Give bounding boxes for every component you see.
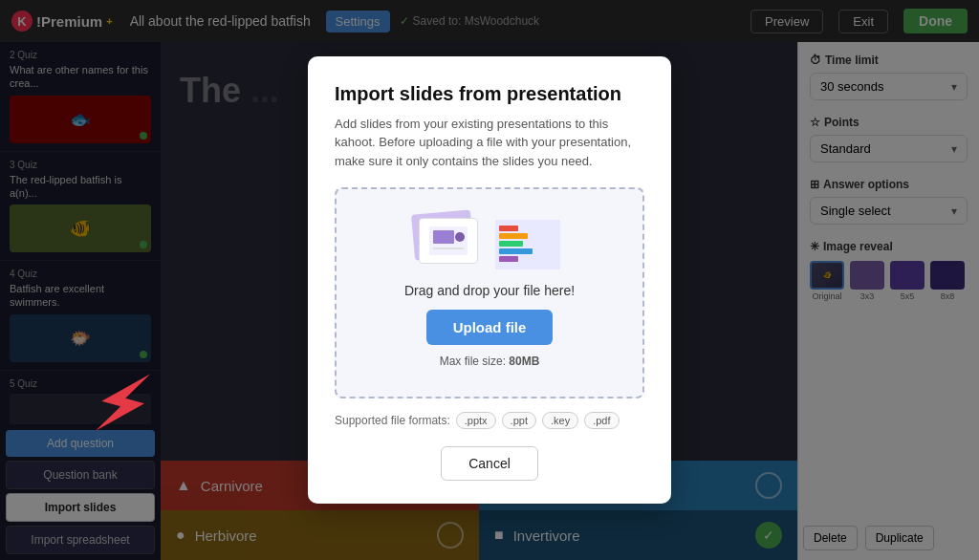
modal-title: Import slides from presentation — [335, 83, 644, 105]
svg-rect-6 — [499, 226, 518, 231]
dropzone-text: Drag and drop your file here! — [404, 283, 575, 298]
svg-rect-2 — [433, 230, 454, 244]
formats-label: Supported file formats: — [335, 414, 450, 427]
svg-point-4 — [455, 232, 465, 242]
svg-rect-7 — [499, 233, 528, 239]
format-badge-pptx: .pptx — [456, 412, 496, 429]
dropzone-area[interactable]: Drag and drop your file here! Upload fil… — [335, 187, 644, 398]
rainbow-svg — [495, 220, 560, 269]
slide-front — [419, 218, 478, 264]
format-badge-key: .key — [542, 412, 578, 429]
svg-rect-9 — [499, 248, 533, 254]
format-badge-pdf: .pdf — [584, 412, 619, 429]
maxsize-text: Max file size: 80MB — [440, 355, 540, 368]
modal-overlay: Import slides from presentation Add slid… — [0, 0, 979, 560]
red-arrow-indicator — [57, 350, 172, 445]
svg-rect-3 — [433, 248, 464, 249]
slide-icons — [419, 218, 560, 269]
format-badge-ppt: .ppt — [502, 412, 536, 429]
slide-icon-purple — [419, 218, 478, 269]
svg-rect-8 — [499, 241, 523, 247]
formats-row: Supported file formats: .pptx .ppt .key … — [335, 412, 644, 429]
slide-rainbow — [495, 220, 560, 269]
svg-marker-0 — [87, 359, 159, 444]
slide-front-svg — [429, 226, 468, 255]
import-slides-modal: Import slides from presentation Add slid… — [308, 56, 671, 505]
maxsize-label: Max file size: — [440, 355, 506, 368]
svg-rect-10 — [499, 256, 518, 262]
maxsize-value: 80MB — [509, 355, 539, 368]
upload-file-button[interactable]: Upload file — [426, 310, 554, 345]
modal-description: Add slides from your existing presentati… — [335, 115, 644, 171]
cancel-button[interactable]: Cancel — [441, 446, 538, 481]
